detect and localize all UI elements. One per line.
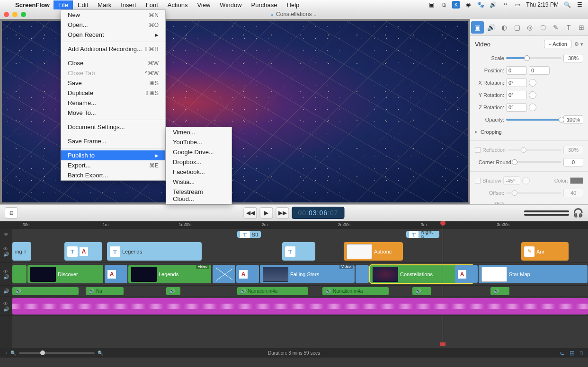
corner-value[interactable]: 0 — [563, 158, 583, 166]
menu-batch-export[interactable]: Batch Export... — [61, 170, 165, 180]
corner-slider[interactable] — [515, 161, 561, 163]
rewind-button[interactable]: ◀◀ — [244, 207, 257, 218]
clip-falling[interactable]: Falling StarsVideo — [260, 265, 355, 283]
clip-ann[interactable]: ✎Anr — [521, 242, 569, 261]
menu-actions[interactable]: Actions — [163, 0, 193, 9]
menu-mark[interactable]: Mark — [93, 0, 116, 9]
aclip-narration-1[interactable]: 🔊Narration.m4a — [237, 287, 308, 295]
reflection-slider[interactable] — [508, 149, 561, 151]
track-toggle-2[interactable]: 👁🔊 — [0, 240, 12, 263]
clip-trans-2[interactable]: A — [236, 265, 259, 283]
timeline-ruler[interactable]: 30s 1m 1m30s 2m 2m30s 3m 3m30s — [0, 221, 588, 229]
clip-trans-1[interactable]: A — [105, 265, 127, 283]
shadow-angle-input[interactable]: -45° — [503, 176, 520, 185]
menu-close[interactable]: Close⌘W — [61, 58, 165, 68]
clip-legends-title[interactable]: TLegends — [107, 242, 202, 261]
menu-open[interactable]: Open...⌘O — [61, 20, 165, 30]
publish-wistia[interactable]: Wistia... — [166, 177, 232, 187]
track-toggle-5[interactable]: 👁🔊 — [0, 297, 12, 316]
battery-icon[interactable]: ▭ — [514, 1, 521, 9]
track-toggle-3[interactable]: 👁🔊 — [0, 263, 12, 286]
clip-starmap[interactable]: Star Map — [479, 265, 588, 283]
window-close-button[interactable] — [4, 12, 9, 17]
add-action-button[interactable]: + Action — [544, 40, 571, 48]
menu-save[interactable]: Save⌘S — [61, 78, 165, 88]
reflection-value[interactable]: 30% — [563, 146, 583, 154]
window-minimize-button[interactable] — [12, 12, 18, 17]
tab-callout-props[interactable]: ▢ — [511, 19, 524, 35]
track-music[interactable] — [12, 297, 588, 316]
opacity-slider[interactable] — [506, 119, 561, 121]
publish-dropbox[interactable]: Dropbox... — [166, 157, 232, 167]
tab-media-props[interactable]: ⊞ — [575, 19, 588, 35]
track-narration[interactable]: 🔊 🔊Na 🔊 🔊Narration.m4a 🔊Narration.m4a 🔊 … — [12, 286, 588, 297]
waveform-icon[interactable]: ⎍ — [579, 350, 583, 357]
app-tray-icon[interactable]: K — [452, 1, 460, 9]
xrot-input[interactable]: 0° — [506, 79, 527, 87]
aclip-2[interactable]: 🔊 — [166, 287, 180, 295]
track-toggle-4[interactable]: 🔊 — [0, 286, 12, 297]
wifi-icon[interactable]: ⌔ — [501, 1, 509, 9]
aclip-3[interactable]: 🔊 — [412, 287, 431, 295]
tab-text-props[interactable]: T — [562, 19, 575, 35]
shadow-color-swatch[interactable] — [570, 177, 583, 184]
menu-move-to[interactable]: Move To... — [61, 108, 165, 118]
timecode-display[interactable]: 00:03:06:07 — [292, 207, 345, 219]
tab-pen-props[interactable]: ✎ — [549, 19, 562, 35]
app-name[interactable]: ScreenFlow — [11, 1, 53, 9]
tab-screen-props[interactable]: ◐ — [498, 19, 510, 35]
menu-list-icon[interactable]: ☰ — [576, 1, 583, 9]
tab-audio-props[interactable]: 🔊 — [485, 19, 498, 35]
track-video[interactable]: Discover A LegendsVideo A Falling StarsV… — [12, 263, 588, 286]
publish-vimeo[interactable]: Vimeo... — [166, 127, 232, 137]
xrot-dial[interactable] — [529, 79, 536, 87]
play-button[interactable]: ▶ — [260, 207, 273, 218]
position-x-input[interactable]: 0 — [506, 66, 527, 75]
yrot-dial[interactable] — [529, 91, 536, 99]
publish-facebook[interactable]: Facebook... — [166, 167, 232, 177]
volume-icon[interactable]: 🔊 — [489, 1, 497, 9]
props-gear-icon[interactable]: ⚙ ▾ — [574, 41, 583, 47]
reflection-checkbox[interactable] — [475, 147, 481, 153]
position-y-input[interactable]: 0 — [529, 66, 550, 75]
menu-export[interactable]: Export...⌘E — [61, 160, 165, 170]
clip-xfade-1[interactable] — [213, 265, 235, 283]
clip-discover[interactable]: Discover — [27, 265, 103, 283]
forward-button[interactable]: ▶▶ — [276, 207, 289, 218]
clip-trans-3[interactable]: A — [455, 265, 478, 283]
menu-new[interactable]: New⌘N — [61, 10, 165, 20]
menu-window[interactable]: Window — [215, 0, 246, 9]
clip-xfade-2[interactable] — [356, 265, 369, 283]
scale-slider[interactable] — [506, 57, 561, 59]
clip-ing[interactable]: ing T — [12, 242, 31, 261]
zoom-add-icon[interactable]: + — [5, 350, 8, 356]
menu-publish-to[interactable]: Publish to▸ — [61, 150, 165, 160]
offset-slider[interactable] — [506, 192, 561, 194]
track-toggle-1[interactable]: 👁 — [0, 229, 12, 240]
shadow-dial[interactable] — [522, 177, 530, 184]
menu-purchase[interactable]: Purchase — [247, 0, 282, 9]
creative-cloud-icon[interactable]: ◉ — [464, 1, 472, 9]
menu-doc-settings[interactable]: Document Settings... — [61, 122, 165, 132]
zrot-input[interactable]: 0° — [506, 103, 527, 112]
headphones-icon[interactable]: 🎧 — [573, 208, 583, 218]
menu-duplicate[interactable]: Duplicate⇧⌘S — [61, 88, 165, 98]
scale-value[interactable]: 38% — [563, 54, 583, 62]
tab-annot-props[interactable]: ⬡ — [536, 19, 549, 35]
dropbox-icon[interactable]: ⧉ — [440, 1, 447, 9]
clip-legends-video[interactable]: LegendsVideo — [128, 265, 211, 283]
yrot-input[interactable]: 0° — [506, 91, 527, 99]
offset-value[interactable]: 40 — [563, 189, 583, 197]
zoom-in-icon[interactable]: 🔍 — [98, 350, 103, 356]
publish-youtube[interactable]: YouTube... — [166, 137, 232, 147]
menu-file[interactable]: File — [53, 0, 73, 9]
window-zoom-button[interactable] — [21, 12, 26, 17]
publish-google-drive[interactable]: Google Drive... — [166, 147, 232, 157]
spotlight-icon[interactable]: 🔍 — [563, 1, 571, 9]
clip-text-night[interactable]: TNight S — [406, 231, 439, 238]
menu-help[interactable]: Help — [282, 0, 304, 9]
tab-touch-props[interactable]: ◎ — [524, 19, 536, 35]
publish-telestream[interactable]: Telestream Cloud... — [166, 187, 232, 204]
track-titles[interactable]: ing T TA TLegends T Astronc ✎Anr — [12, 240, 588, 263]
aclip-na[interactable]: 🔊Na — [86, 287, 124, 295]
